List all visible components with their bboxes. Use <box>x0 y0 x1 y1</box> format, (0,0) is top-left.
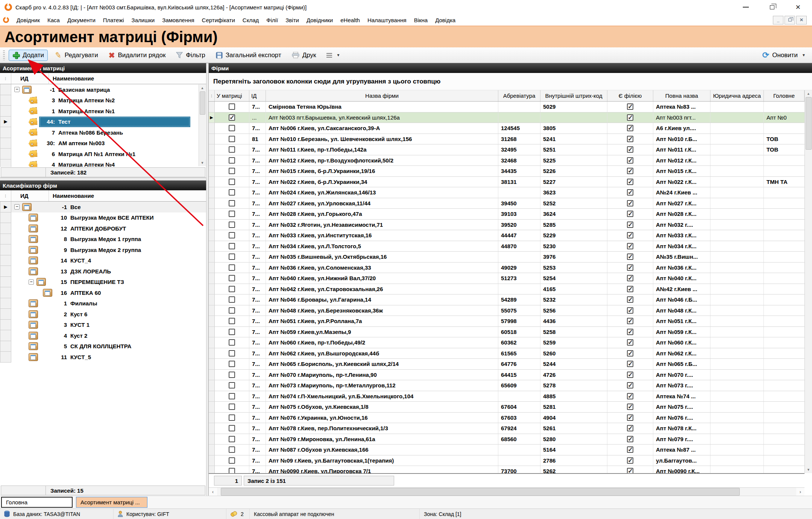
in-matrix-checkbox[interactable] <box>229 222 235 228</box>
cell-in-matrix[interactable] <box>215 359 249 369</box>
expander-icon[interactable]: − <box>29 279 34 285</box>
column-header-1[interactable]: У матриці <box>215 90 249 101</box>
cell-in-matrix[interactable] <box>215 102 249 112</box>
tree-item[interactable]: 9Выгрузка Медок 2 группа <box>0 244 206 255</box>
horizontal-scrollbar[interactable]: ‹ › <box>209 487 804 496</box>
table-row[interactable]: 7...Апт №035 г.Вишневый, ул.Октябрьская,… <box>209 252 804 263</box>
tree-item[interactable]: 10Выгрузка Медок ВСЕ АПТЕКИ <box>0 212 206 223</box>
cell-in-matrix[interactable] <box>215 252 249 262</box>
column-header-6[interactable]: Є філією <box>607 90 653 101</box>
cell-in-matrix[interactable] <box>215 209 249 219</box>
cell-in-matrix[interactable] <box>215 112 249 123</box>
column-id[interactable]: ИД <box>11 190 49 201</box>
cell-in-matrix[interactable] <box>215 134 249 144</box>
table-row[interactable]: 7...Апт №027 г.Киев, ул.Урловская,11/443… <box>209 198 804 209</box>
table-row[interactable]: 7...Апт №036 г.Киев, ул.Соломенская,3349… <box>209 263 804 273</box>
firms-vertical-scrollbar[interactable]: ▲ ▼ <box>804 90 812 473</box>
window-tab-2[interactable]: Асортимент матриці ... <box>76 497 147 508</box>
export-button[interactable]: Загальний експорт <box>212 50 285 61</box>
cell-in-matrix[interactable] <box>215 348 249 359</box>
scrollbar-thumb[interactable] <box>221 488 740 496</box>
column-header-9[interactable]: Головне <box>764 90 804 101</box>
table-row[interactable]: 7...Апт №032 г.Яготин, ул.Независимости,… <box>209 220 804 231</box>
table-row[interactable]: 7...Апт №011 г.Киев, пр-т.Победы,142а324… <box>209 144 804 155</box>
menu-item-12[interactable]: eHealth <box>337 15 364 25</box>
toolbar-grip[interactable] <box>3 50 5 60</box>
tree-item[interactable]: 2Куст 6 <box>0 309 206 320</box>
filter-button[interactable]: Фільтр <box>173 50 208 61</box>
scroll-down-icon[interactable]: ▼ <box>805 466 812 473</box>
menu-item-4[interactable]: Платежі <box>99 15 128 25</box>
cell-in-matrix[interactable] <box>215 230 249 241</box>
in-matrix-checkbox[interactable] <box>229 157 235 164</box>
close-icon[interactable]: ✕ <box>795 4 801 11</box>
scrollbar-thumb[interactable] <box>200 91 205 115</box>
table-row[interactable]: 7...Апт №024 г.Киев, ул.Жилянская,146/13… <box>209 187 804 198</box>
cell-in-matrix[interactable] <box>215 305 249 316</box>
menu-item-7[interactable]: Сертифікати <box>198 15 239 25</box>
table-row[interactable]: 7...Апт №09 г.Киев, ул.Баггаутовская,1(т… <box>209 455 804 466</box>
tree-item[interactable]: 3КУСТ 1 <box>0 320 206 331</box>
cell-in-matrix[interactable] <box>215 123 249 134</box>
menu-item-10[interactable]: Звіти <box>282 15 303 25</box>
tree-item[interactable]: 8Выгрузка Медок 1 группа <box>0 234 206 245</box>
edit-button[interactable]: ✎ Редагувати <box>52 50 102 61</box>
view-options-button[interactable]: ▼ <box>323 52 343 59</box>
table-row[interactable]: 7...Апт №075 г.Обухов, ул.Киевская,1/867… <box>209 402 804 413</box>
in-matrix-checkbox[interactable] <box>229 404 235 410</box>
tree-item[interactable]: 4Куст 2 <box>0 330 206 341</box>
mdi-close-button[interactable]: ✕ <box>796 16 807 24</box>
in-matrix-checkbox[interactable] <box>229 253 235 260</box>
column-header-4[interactable]: Абревіатура <box>498 90 540 101</box>
in-matrix-checkbox[interactable] <box>229 232 235 238</box>
table-row[interactable]: 7...Апт №079 г.Мироновка, ул.Ленина,61а6… <box>209 434 804 445</box>
expander-icon[interactable]: − <box>14 87 20 92</box>
in-matrix-checkbox[interactable] <box>229 296 235 303</box>
in-matrix-checkbox[interactable] <box>229 275 235 281</box>
cell-in-matrix[interactable] <box>215 187 249 198</box>
table-row[interactable]: 81Апт №010 г.Березань, ул. Шевченковский… <box>209 134 804 145</box>
cell-in-matrix[interactable] <box>215 294 249 305</box>
expander-icon[interactable]: − <box>14 204 20 209</box>
in-matrix-checkbox[interactable] <box>229 136 235 142</box>
in-matrix-checkbox[interactable] <box>229 189 235 196</box>
matrices-scrollbar[interactable]: ▲ ▼ <box>199 85 206 166</box>
menu-item-1[interactable]: Довідник <box>13 15 44 25</box>
print-button[interactable]: Друк <box>288 50 320 61</box>
table-row[interactable]: 7...Апт №033 г.Киев, ул.Институтская,164… <box>209 230 804 241</box>
table-row[interactable]: 7...Апт №034 г.Киев, ул.Л.Толстого,54487… <box>209 241 804 252</box>
cell-in-matrix[interactable] <box>215 241 249 252</box>
restore-icon[interactable] <box>770 5 774 9</box>
cell-in-matrix[interactable] <box>215 434 249 445</box>
in-matrix-checkbox[interactable] <box>229 372 235 378</box>
cell-in-matrix[interactable] <box>215 273 249 284</box>
column-name[interactable]: Наименование <box>49 73 206 84</box>
mdi-minimize-button[interactable]: _ <box>773 16 783 24</box>
in-matrix-checkbox[interactable] <box>229 457 235 464</box>
table-row[interactable]: 7...Апт №062 г.Киев, ул.Вышгородская,44б… <box>209 348 804 359</box>
in-matrix-checkbox[interactable] <box>229 436 235 442</box>
menu-item-3[interactable]: Документи <box>64 15 99 25</box>
tree-item[interactable]: 5СК ДЛЯ КОЛЛЦЕНТРА <box>0 341 206 352</box>
in-matrix-checkbox[interactable] <box>229 382 235 388</box>
cell-in-matrix[interactable] <box>215 380 249 391</box>
in-matrix-checkbox[interactable] <box>229 318 235 324</box>
in-matrix-checkbox[interactable] <box>229 339 235 346</box>
table-row[interactable]: 7...Апт №0090 г.Киев, ул.Пироговска 7/17… <box>209 466 804 473</box>
cell-in-matrix[interactable] <box>215 166 249 176</box>
in-matrix-checkbox[interactable] <box>229 179 235 185</box>
tree-item[interactable]: 4Матрица Аптеки №4 <box>0 159 206 167</box>
cell-in-matrix[interactable] <box>215 402 249 412</box>
delete-row-button[interactable]: ✖ Видалити рядок <box>105 50 169 61</box>
scroll-down-icon[interactable]: ▼ <box>199 159 206 166</box>
table-row[interactable]: 7...Апт №087 г.Обухов ул.Киевская,166516… <box>209 445 804 455</box>
add-button[interactable]: Додати <box>9 50 48 61</box>
table-row[interactable]: 7...Апт №012 г.Киев, пр-т.Воздухофлотски… <box>209 155 804 166</box>
column-header-2[interactable]: ІД <box>249 90 266 101</box>
cell-in-matrix[interactable] <box>215 466 249 473</box>
cell-in-matrix[interactable] <box>215 327 249 337</box>
tree-item[interactable]: 6Матрица АП №1 Аптеки №1 <box>0 149 206 159</box>
table-row[interactable]: 7...Апт №070 г.Мариуполь, пр-т.Ленина,90… <box>209 370 804 381</box>
scroll-up-icon[interactable]: ▲ <box>199 85 206 91</box>
table-row[interactable]: 7...Апт №059 г.Киев,ул.Мазепы,9605185258… <box>209 327 804 338</box>
